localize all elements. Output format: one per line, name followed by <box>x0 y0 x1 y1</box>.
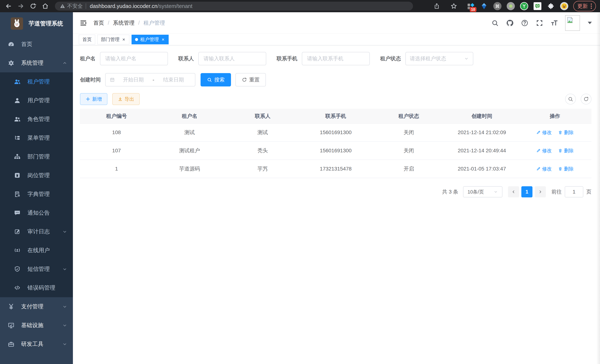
tab-tenant[interactable]: 租户管理 <box>131 35 169 44</box>
sidebar-item-notice[interactable]: 通知公告 <box>0 204 73 222</box>
next-page-button[interactable] <box>535 186 546 197</box>
url-host[interactable]: dashboard.yudao.iocoder.cn <box>90 3 157 9</box>
toggle-search-button[interactable] <box>565 94 576 104</box>
delete-link[interactable]: 删除 <box>558 148 574 154</box>
browser-home-icon[interactable] <box>41 2 50 10</box>
mobile-input[interactable] <box>302 52 370 65</box>
tenant-users-icon <box>14 78 21 85</box>
address-divider <box>86 3 86 9</box>
extension-green-dot-icon[interactable] <box>506 2 515 10</box>
sidebar-item-menu[interactable]: 菜单管理 <box>0 129 73 147</box>
edit-link[interactable]: 修改 <box>536 148 552 154</box>
extensions-puzzle-icon[interactable] <box>547 2 555 10</box>
sidebar-toggle-icon[interactable] <box>78 18 88 28</box>
sidebar-item-label: 系统管理 <box>21 59 43 67</box>
font-size-icon[interactable] <box>550 19 558 27</box>
edit-pencil-icon <box>536 167 541 171</box>
logo-image <box>11 18 23 30</box>
contact-input[interactable] <box>198 52 266 65</box>
sidebar-item-system[interactable]: 系统管理 <box>0 54 73 72</box>
tenant-name-input[interactable] <box>100 52 168 65</box>
header-search-icon[interactable] <box>491 19 499 27</box>
tab-close-icon[interactable] <box>161 37 165 42</box>
add-button[interactable]: 新增 <box>80 93 107 105</box>
sidebar-item-post[interactable]: 岗位管理 <box>0 166 73 185</box>
bookmark-star-icon[interactable] <box>449 2 458 10</box>
sidebar-item-label: 角色管理 <box>28 115 50 123</box>
address-bar[interactable]: 不安全 dashboard.yudao.iocoder.cn/system/te… <box>55 2 413 10</box>
fullscreen-icon[interactable] <box>535 19 544 27</box>
sidebar-item-infrastructure[interactable]: 基础设施 <box>0 316 73 335</box>
extension-kite-icon[interactable] <box>480 2 488 10</box>
edit-pencil-icon <box>536 149 541 153</box>
edit-link[interactable]: 修改 <box>536 166 552 172</box>
goto-page-input[interactable] <box>565 186 583 197</box>
sidebar-item-tenant[interactable]: 租户管理 <box>0 72 73 91</box>
sidebar-item-home[interactable]: 首页 <box>0 35 73 54</box>
sidebar-logo[interactable]: 芋道管理系统 <box>0 12 73 35</box>
extension-y-icon[interactable] <box>520 2 528 10</box>
breadcrumb-home[interactable]: 首页 <box>93 19 104 27</box>
sidebar-item-label: 基础设施 <box>21 322 43 329</box>
reset-button[interactable]: 重置 <box>235 73 266 86</box>
sidebar-item-user[interactable]: 用户管理 <box>0 91 73 110</box>
export-button[interactable]: 导出 <box>112 93 140 105</box>
delete-link[interactable]: 删除 <box>558 166 574 172</box>
sidebar-item-dept[interactable]: 部门管理 <box>0 147 73 166</box>
browser-forward-icon[interactable] <box>16 2 25 10</box>
delete-link[interactable]: 删除 <box>558 129 574 136</box>
pagination-total: 共 3 条 <box>442 188 458 195</box>
dictionary-icon <box>14 191 21 198</box>
sidebar-item-dev-tools[interactable]: 研发工具 <box>0 335 73 354</box>
browser-menu-icon[interactable] <box>591 3 592 9</box>
prev-page-button[interactable] <box>508 186 519 197</box>
sidebar-item-dict[interactable]: 字典管理 <box>0 185 73 204</box>
cell-contact: 秃头 <box>226 147 299 154</box>
sidebar-item-label: 用户管理 <box>28 97 50 104</box>
sidebar-item-role[interactable]: 角色管理 <box>0 110 73 129</box>
browser-reload-icon[interactable] <box>28 2 38 10</box>
sidebar-item-online-users[interactable]: 在线用户 <box>0 241 73 260</box>
extension-command-icon[interactable] <box>493 2 502 10</box>
sidebar-item-sms[interactable]: 短信管理 <box>0 260 73 279</box>
plus-icon <box>85 97 90 102</box>
cell-contact: 测试 <box>226 129 299 136</box>
goto-label: 前往 <box>551 188 562 195</box>
refresh-table-button[interactable] <box>581 94 591 104</box>
col-actions: 操作 <box>518 113 591 120</box>
tab-label: 租户管理 <box>140 36 159 42</box>
security-label[interactable]: 不安全 <box>67 3 83 10</box>
sidebar-item-error-code[interactable]: 错误码管理 <box>0 279 73 297</box>
user-avatar[interactable] <box>565 15 580 31</box>
search-button[interactable]: 搜索 <box>201 73 231 86</box>
extension-tasks-icon[interactable]: 10 <box>466 2 475 10</box>
create-time-range-picker[interactable]: 开始日期 - 结束日期 <box>105 73 195 86</box>
sidebar-item-payment[interactable]: 支付管理 <box>0 297 73 316</box>
extension-badge: 10 <box>470 7 477 12</box>
avatar-dropdown-caret-icon[interactable] <box>588 22 592 24</box>
dashboard-icon <box>8 41 14 48</box>
sidebar-item-audit-log[interactable]: 审计日志 <box>0 222 73 241</box>
cell-created: 2021-12-14 21:02:09 <box>445 130 518 135</box>
help-icon[interactable] <box>521 19 529 27</box>
status-select[interactable]: 请选择租户状态 <box>405 52 473 65</box>
chevron-down-icon <box>464 56 469 61</box>
sidebar-item-label: 租户管理 <box>28 78 50 85</box>
edit-link[interactable]: 修改 <box>536 129 552 136</box>
tab-dept[interactable]: 部门管理 <box>97 35 129 44</box>
profile-avatar-icon[interactable] <box>560 2 568 10</box>
refresh-icon <box>583 96 589 102</box>
breadcrumb-system[interactable]: 系统管理 <box>113 19 134 27</box>
chevron-up-icon <box>62 60 67 66</box>
app-title: 芋道管理系统 <box>28 20 63 28</box>
tab-close-icon[interactable] <box>122 37 126 42</box>
github-icon[interactable] <box>506 19 514 27</box>
page-number-1[interactable]: 1 <box>521 186 533 197</box>
extension-chat-icon[interactable] <box>533 2 542 10</box>
shield-check-icon <box>14 266 21 272</box>
tab-home[interactable]: 首页 <box>79 35 95 44</box>
share-icon[interactable] <box>432 2 441 10</box>
browser-back-icon[interactable] <box>4 2 13 10</box>
page-size-select[interactable]: 10条/页 <box>463 186 502 197</box>
browser-update-button[interactable]: 更新 <box>573 1 596 11</box>
